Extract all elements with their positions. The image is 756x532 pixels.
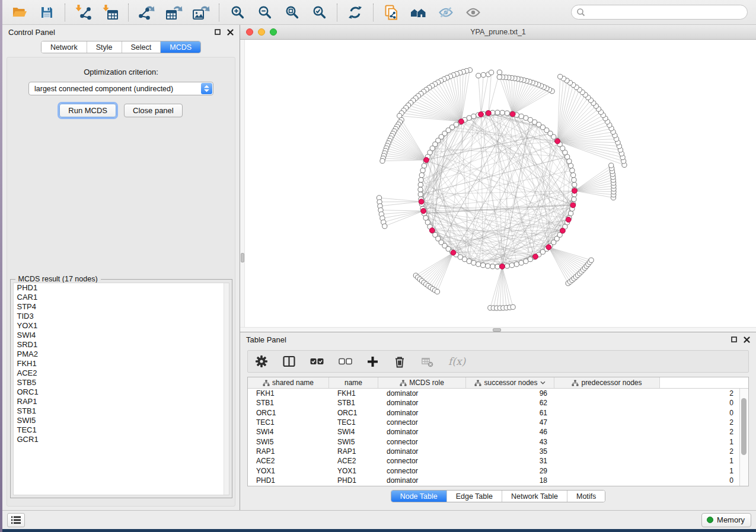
first-neighbors-button[interactable]: [405, 2, 432, 23]
deselect-all-button[interactable]: [339, 352, 352, 370]
float-panel-icon[interactable]: [215, 29, 221, 35]
mcds-result-item[interactable]: TID3: [14, 312, 229, 321]
show-column-button[interactable]: [283, 352, 295, 370]
table-scrollbar-thumb[interactable]: [741, 398, 747, 454]
mcds-result-item[interactable]: CAR1: [14, 293, 229, 302]
table-cell[interactable]: FKH1: [248, 389, 329, 398]
table-cell[interactable]: STB1: [248, 399, 329, 407]
float-panel-icon[interactable]: [731, 336, 737, 342]
maximize-window-icon[interactable]: [270, 28, 277, 36]
create-column-button[interactable]: [367, 352, 378, 370]
table-cell[interactable]: connector: [378, 438, 466, 446]
export-image-button[interactable]: [187, 2, 215, 23]
criterion-dropdown[interactable]: largest connected component (undirected): [28, 82, 213, 95]
refresh-view-button[interactable]: [342, 2, 369, 23]
zoom-in-button[interactable]: [224, 2, 251, 23]
table-cell[interactable]: 0: [554, 476, 741, 485]
zoom-selected-button[interactable]: [305, 2, 333, 23]
table-cell[interactable]: 1: [554, 457, 741, 465]
zoom-fit-button[interactable]: [278, 2, 305, 23]
table-cell[interactable]: 1: [554, 467, 741, 475]
mcds-result-item[interactable]: STB1: [14, 406, 229, 416]
table-cell[interactable]: dominator: [378, 428, 466, 436]
mcds-result-item[interactable]: YOX1: [14, 321, 229, 331]
table-cell[interactable]: RAP1: [329, 447, 378, 456]
network-vscroll-thumb[interactable]: [241, 253, 244, 262]
table-cell[interactable]: SWI5: [248, 438, 329, 446]
table-cell[interactable]: connector: [378, 457, 466, 465]
mcds-result-item[interactable]: RAP1: [14, 397, 229, 406]
table-cell[interactable]: dominator: [378, 399, 466, 407]
table-row[interactable]: ORC1ORC1dominator610: [248, 408, 748, 418]
tab-node-table[interactable]: Node Table: [391, 491, 446, 502]
table-cell[interactable]: 62: [466, 399, 554, 407]
table-row[interactable]: SWI5SWI5connector431: [248, 437, 748, 446]
mcds-list-scrollbar[interactable]: [224, 283, 229, 495]
hide-selected-button[interactable]: [432, 2, 460, 23]
close-panel-button[interactable]: Close panel: [124, 104, 183, 117]
table-cell[interactable]: dominator: [378, 389, 466, 398]
table-cell[interactable]: 18: [466, 476, 554, 485]
table-cell[interactable]: RAP1: [248, 447, 329, 456]
table-cell[interactable]: 47: [466, 418, 554, 427]
column-header-name[interactable]: name: [329, 377, 378, 388]
mcds-result-item[interactable]: SRD1: [14, 340, 229, 350]
table-cell[interactable]: 2: [554, 428, 741, 436]
memory-button[interactable]: Memory: [701, 513, 751, 527]
table-cell[interactable]: SWI4: [329, 428, 378, 436]
table-row[interactable]: PHD1PHD1dominator180: [248, 476, 748, 485]
mcds-result-item[interactable]: STP4: [14, 302, 229, 312]
table-cell[interactable]: 46: [466, 428, 554, 436]
table-cell[interactable]: 96: [466, 389, 554, 398]
table-cell[interactable]: PHD1: [329, 476, 378, 485]
close-panel-icon[interactable]: [227, 29, 234, 36]
table-cell[interactable]: dominator: [378, 476, 466, 485]
table-cell[interactable]: ACE2: [329, 457, 378, 465]
column-header-successor-nodes[interactable]: successor nodes: [466, 377, 554, 388]
mcds-result-item[interactable]: FKH1: [14, 359, 229, 368]
table-cell[interactable]: ORC1: [329, 409, 378, 417]
import-network-button[interactable]: [69, 2, 97, 23]
table-cell[interactable]: SWI5: [329, 438, 378, 446]
table-cell[interactable]: YOX1: [248, 467, 329, 475]
tab-network[interactable]: Network: [42, 41, 87, 53]
table-row[interactable]: YOX1YOX1connector291: [248, 466, 748, 475]
table-cell[interactable]: TEC1: [329, 418, 378, 427]
table-row[interactable]: ACE2ACE2connector311: [248, 456, 748, 466]
save-session-button[interactable]: [33, 2, 60, 23]
select-all-button[interactable]: [310, 352, 324, 370]
column-header-shared-name[interactable]: shared name: [248, 377, 329, 388]
table-row[interactable]: TEC1TEC1connector472: [248, 418, 748, 427]
mcds-result-item[interactable]: GCR1: [14, 435, 229, 444]
network-vertical-scrollbar[interactable]: [240, 40, 245, 332]
table-cell[interactable]: ACE2: [248, 457, 329, 465]
network-titlebar[interactable]: YPA_prune.txt_1: [240, 25, 756, 40]
column-header-mcds-role[interactable]: MCDS role: [378, 377, 466, 388]
table-cell[interactable]: connector: [378, 418, 466, 427]
table-cell[interactable]: 31: [466, 457, 554, 465]
table-cell[interactable]: dominator: [378, 447, 466, 456]
mcds-result-item[interactable]: SWI5: [14, 416, 229, 425]
zoom-out-button[interactable]: [251, 2, 278, 23]
mcds-result-item[interactable]: ORC1: [14, 387, 229, 397]
table-cell[interactable]: TEC1: [248, 418, 329, 427]
run-mcds-button[interactable]: Run MCDS: [59, 104, 116, 117]
table-row[interactable]: STB1STB1dominator620: [248, 398, 748, 408]
table-row[interactable]: SWI4SWI4dominator462: [248, 427, 748, 437]
open-session-button[interactable]: [6, 2, 33, 23]
mcds-result-item[interactable]: PMA2: [14, 350, 229, 359]
mcds-result-item[interactable]: PHD1: [14, 283, 229, 293]
delete-column-button[interactable]: [393, 352, 406, 370]
network-horizontal-scrollbar[interactable]: [240, 327, 756, 332]
table-cell[interactable]: FKH1: [329, 389, 378, 398]
table-cell[interactable]: YOX1: [329, 467, 378, 475]
table-scrollbar[interactable]: [739, 389, 748, 486]
tab-edge-table[interactable]: Edge Table: [446, 491, 502, 502]
close-panel-icon[interactable]: [744, 336, 750, 343]
minimize-window-icon[interactable]: [258, 28, 265, 36]
table-row[interactable]: RAP1RAP1dominator352: [248, 447, 748, 456]
tab-select[interactable]: Select: [122, 41, 161, 53]
table-cell[interactable]: 0: [554, 399, 741, 407]
column-header-predecessor-nodes[interactable]: predecessor nodes: [554, 377, 660, 388]
network-search-box[interactable]: [571, 5, 748, 20]
